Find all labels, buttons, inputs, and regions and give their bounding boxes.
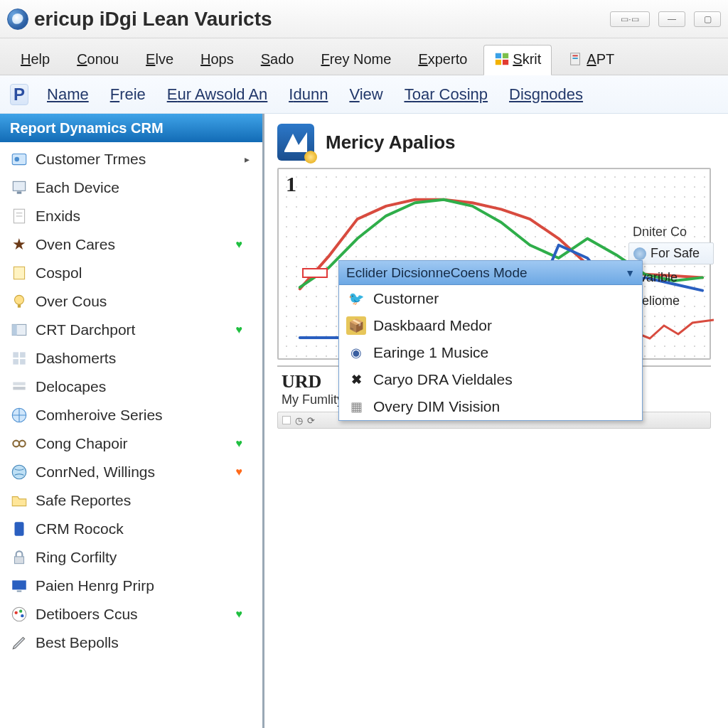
svg-rect-14 bbox=[14, 267, 24, 279]
sidebar-item-detiboers-ccus[interactable]: Detiboers Ccus♥ bbox=[0, 600, 262, 628]
svg-point-28 bbox=[12, 465, 26, 479]
program-badge-icon: P bbox=[10, 84, 28, 105]
dropdown-header[interactable]: Eclider DicsionneCoens Mode ▼ bbox=[339, 261, 642, 285]
dropdown-item-overy-dim-visision[interactable]: ▦Overy DIM Visision bbox=[339, 393, 642, 420]
svg-rect-32 bbox=[17, 591, 22, 592]
title-bar: ericup iDgi Lean Vauricts ▭·▭ — ▢ bbox=[0, 0, 728, 38]
svg-rect-10 bbox=[17, 191, 22, 193]
menu-row: P NameFreieEur Awsold AnIdunnViewToar Co… bbox=[0, 75, 728, 114]
svg-rect-24 bbox=[13, 387, 25, 390]
sidebar-item-ring-corfilty[interactable]: Ring Corfilty bbox=[0, 543, 262, 572]
menu-link-freie[interactable]: Freie bbox=[110, 85, 146, 104]
chart-app-icon bbox=[277, 124, 314, 161]
main-pane: Mericy Apalios 1 Eclider DicsionneCoens … bbox=[264, 114, 728, 728]
sidebar-item-label: Oven Cares bbox=[36, 236, 115, 253]
svg-rect-2 bbox=[496, 60, 501, 65]
svg-point-36 bbox=[21, 614, 23, 617]
windows-icon bbox=[494, 51, 510, 67]
sidebar-item-crm-rocock[interactable]: CRM Rocock bbox=[0, 515, 262, 543]
favorite-icon: ♥ bbox=[236, 466, 243, 478]
dropdown-item-label: Earinge 1 Musice bbox=[373, 344, 488, 361]
svg-point-15 bbox=[15, 295, 24, 304]
content-area: Report Dynamics CRM Customer Trmes▸Each … bbox=[0, 114, 728, 728]
disc-icon: ◉ bbox=[348, 344, 365, 361]
dropdown-item-label: Caryo DRA Vieldales bbox=[373, 371, 513, 388]
sidebar-item-label: CRT Darchport bbox=[36, 321, 135, 338]
sidebar-item-oven-cares[interactable]: ★Oven Cares♥ bbox=[0, 230, 262, 259]
sidebar-item-cospol[interactable]: Cospol bbox=[0, 259, 262, 287]
minimize-button[interactable]: — bbox=[658, 11, 685, 27]
window-buttons-group: ▭·▭ — ▢ bbox=[610, 11, 721, 27]
ribbon-tab-conou[interactable]: Conou bbox=[66, 45, 129, 75]
sidebar-item-delocapes[interactable]: Delocapes bbox=[0, 373, 262, 401]
sidebar-item-dashomerts[interactable]: Dashomerts bbox=[0, 344, 262, 373]
ribbon-tab-sado[interactable]: Sado bbox=[250, 45, 305, 75]
x-icon: ✖ bbox=[348, 371, 365, 388]
svg-rect-9 bbox=[13, 181, 25, 191]
menu-link-toar-cosinp[interactable]: Toar Cosinp bbox=[405, 85, 488, 104]
lock-icon bbox=[10, 548, 28, 567]
world-icon bbox=[10, 463, 28, 481]
sidebar-item-paien-henrg-prirp[interactable]: Paien Henrg Prirp bbox=[0, 572, 262, 600]
menu-link-view[interactable]: View bbox=[349, 85, 382, 104]
svg-rect-23 bbox=[13, 382, 25, 385]
dropdown-item-earinge-1-musice[interactable]: ◉Earinge 1 Musice bbox=[339, 339, 642, 366]
cal-icon: ▦ bbox=[348, 398, 365, 415]
app-icon bbox=[7, 9, 28, 30]
svg-point-26 bbox=[13, 441, 19, 447]
sidebar-item-label: Enxids bbox=[36, 208, 80, 225]
svg-point-34 bbox=[15, 611, 18, 614]
legend-swatch-icon bbox=[633, 247, 646, 260]
sidebar-item-comheroive-series[interactable]: Comheroive Series bbox=[0, 401, 262, 429]
ribbon-tab-hops[interactable]: Hops bbox=[190, 45, 245, 75]
menu-link-idunn[interactable]: Idunn bbox=[289, 85, 328, 104]
page-icon bbox=[10, 207, 28, 225]
dropdown-item-label: Daskbaard Medor bbox=[373, 317, 492, 334]
sidebar-item-conrned-willings[interactable]: ConrNed, Willings♥ bbox=[0, 458, 262, 486]
svg-rect-29 bbox=[15, 522, 24, 536]
ribbon-tab-apt[interactable]: APT bbox=[557, 45, 625, 75]
ribbon-tab-skrit[interactable]: Skrit bbox=[483, 45, 552, 75]
sidebar-item-each-device[interactable]: Each Device bbox=[0, 173, 262, 202]
globe-icon bbox=[10, 406, 28, 424]
sidebar-item-best-bepolls[interactable]: Best Bepolls bbox=[0, 628, 262, 657]
sidebar-item-label: Dashomerts bbox=[36, 350, 116, 367]
sidebar-item-label: CRM Rocock bbox=[36, 520, 124, 537]
svg-rect-5 bbox=[573, 55, 578, 57]
svg-rect-31 bbox=[12, 580, 26, 589]
sidebar-item-label: Best Bepolls bbox=[36, 634, 119, 651]
window-layout-button[interactable]: ▭·▭ bbox=[610, 11, 650, 27]
sidebar-item-label: Delocapes bbox=[36, 378, 106, 395]
clock-icon: ◷ bbox=[295, 415, 303, 426]
mode-dropdown[interactable]: Eclider DicsionneCoens Mode ▼ 🐦Custorner… bbox=[338, 260, 643, 421]
menu-link-disgnodes[interactable]: Disgnodes bbox=[509, 85, 583, 104]
sidebar-item-crt-darchport[interactable]: CRT Darchport♥ bbox=[0, 316, 262, 344]
maximize-button[interactable]: ▢ bbox=[694, 11, 721, 27]
sidebar-item-label: Over Cous bbox=[36, 293, 107, 310]
pen-icon bbox=[10, 633, 28, 652]
dropdown-item-caryo-dra-vieldales[interactable]: ✖Caryo DRA Vieldales bbox=[339, 366, 642, 393]
sidebar-item-label: Cospol bbox=[36, 264, 82, 282]
legend-row-label: For Safe bbox=[651, 246, 700, 261]
ribbon-tab-experto[interactable]: Experto bbox=[407, 45, 478, 75]
sidebar-item-label: Cong Chapoir bbox=[36, 435, 128, 452]
sidebar-item-cong-chapoir[interactable]: Cong Chapoir♥ bbox=[0, 429, 262, 458]
menu-link-eur-awsold-an[interactable]: Eur Awsold An bbox=[167, 85, 267, 104]
sidebar-item-enxids[interactable]: Enxids bbox=[0, 202, 262, 230]
sidebar-item-safe-reportes[interactable]: Safe Reportes bbox=[0, 486, 262, 515]
svg-point-8 bbox=[15, 157, 20, 162]
chart-primary: 1 Eclider DicsionneCoens Mode ▼ 🐦Custorn… bbox=[277, 168, 711, 360]
ribbon-tab-elve[interactable]: Elve bbox=[135, 45, 184, 75]
menu-link-name[interactable]: Name bbox=[47, 85, 89, 104]
dropdown-item-custorner[interactable]: 🐦Custorner bbox=[339, 285, 642, 312]
ribbon-tab-help[interactable]: Help bbox=[10, 45, 60, 75]
devblue-icon bbox=[10, 520, 28, 538]
ribbon-tab-frey-nome[interactable]: Frey Nome bbox=[310, 45, 402, 75]
dropdown-item-daskbaard-medor[interactable]: 📦Daskbaard Medor bbox=[339, 312, 642, 339]
sidebar-header: Report Dynamics CRM bbox=[0, 114, 262, 142]
svg-rect-0 bbox=[496, 53, 501, 58]
sidebar-item-over-cous[interactable]: Over Cous bbox=[0, 287, 262, 316]
svg-rect-3 bbox=[503, 60, 508, 65]
svg-rect-1 bbox=[503, 53, 508, 58]
sidebar-item-customer-trmes[interactable]: Customer Trmes▸ bbox=[0, 145, 262, 173]
